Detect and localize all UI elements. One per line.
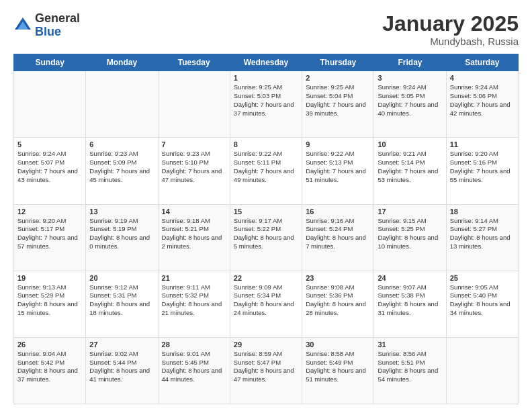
day-info: Sunrise: 9:23 AM Sunset: 5:10 PM Dayligh… (162, 150, 226, 184)
day-number: 13 (89, 208, 154, 216)
calendar-cell: 27Sunrise: 9:02 AM Sunset: 5:44 PM Dayli… (86, 337, 158, 404)
location: Mundybash, Russia (382, 36, 519, 47)
weekday-header-wednesday: Wednesday (230, 54, 302, 71)
day-number: 8 (234, 140, 298, 148)
calendar-cell: 31Sunrise: 8:56 AM Sunset: 5:51 PM Dayli… (374, 337, 446, 404)
day-number: 3 (378, 74, 442, 82)
day-info: Sunrise: 9:07 AM Sunset: 5:38 PM Dayligh… (378, 283, 442, 318)
calendar-cell (14, 71, 86, 138)
day-number: 1 (234, 74, 298, 82)
calendar-cell: 5Sunrise: 9:24 AM Sunset: 5:07 PM Daylig… (14, 138, 86, 204)
day-number: 15 (234, 208, 298, 216)
calendar-cell: 9Sunrise: 9:22 AM Sunset: 5:13 PM Daylig… (302, 138, 374, 204)
weekday-header-tuesday: Tuesday (158, 54, 230, 71)
day-number: 16 (306, 208, 370, 216)
weekday-header-row: SundayMondayTuesdayWednesdayThursdayFrid… (14, 54, 519, 71)
week-row-4: 19Sunrise: 9:13 AM Sunset: 5:29 PM Dayli… (14, 271, 519, 337)
day-number: 18 (450, 208, 515, 216)
calendar-cell: 14Sunrise: 9:18 AM Sunset: 5:21 PM Dayli… (158, 204, 230, 271)
day-info: Sunrise: 9:21 AM Sunset: 5:14 PM Dayligh… (378, 150, 442, 184)
page: General Blue January 2025 Mundybash, Rus… (0, 0, 532, 411)
calendar-cell: 30Sunrise: 8:58 AM Sunset: 5:49 PM Dayli… (302, 337, 374, 404)
day-number: 29 (234, 340, 298, 349)
day-info: Sunrise: 9:15 AM Sunset: 5:25 PM Dayligh… (378, 217, 442, 251)
calendar-cell (86, 71, 158, 138)
calendar-cell: 23Sunrise: 9:08 AM Sunset: 5:36 PM Dayli… (302, 271, 374, 337)
logo-icon (13, 16, 32, 35)
weekday-header-friday: Friday (374, 54, 446, 71)
weekday-header-saturday: Saturday (446, 54, 518, 71)
day-info: Sunrise: 9:24 AM Sunset: 5:05 PM Dayligh… (378, 83, 442, 118)
day-info: Sunrise: 9:09 AM Sunset: 5:34 PM Dayligh… (234, 283, 298, 318)
day-info: Sunrise: 9:05 AM Sunset: 5:40 PM Dayligh… (450, 283, 515, 318)
day-number: 5 (17, 140, 82, 148)
day-number: 25 (450, 274, 515, 282)
day-number: 23 (306, 274, 370, 282)
day-number: 6 (89, 140, 154, 148)
day-info: Sunrise: 9:17 AM Sunset: 5:22 PM Dayligh… (234, 217, 298, 251)
calendar-cell: 25Sunrise: 9:05 AM Sunset: 5:40 PM Dayli… (446, 271, 518, 337)
calendar-cell: 19Sunrise: 9:13 AM Sunset: 5:29 PM Dayli… (14, 271, 86, 337)
calendar-cell: 17Sunrise: 9:15 AM Sunset: 5:25 PM Dayli… (374, 204, 446, 271)
day-number: 10 (378, 140, 442, 148)
day-info: Sunrise: 9:25 AM Sunset: 5:04 PM Dayligh… (306, 83, 370, 118)
day-number: 22 (234, 274, 298, 282)
calendar-cell: 2Sunrise: 9:25 AM Sunset: 5:04 PM Daylig… (302, 71, 374, 138)
week-row-3: 12Sunrise: 9:20 AM Sunset: 5:17 PM Dayli… (14, 204, 519, 271)
day-info: Sunrise: 9:23 AM Sunset: 5:09 PM Dayligh… (89, 150, 154, 184)
logo-general: General (35, 12, 80, 26)
day-info: Sunrise: 9:13 AM Sunset: 5:29 PM Dayligh… (17, 283, 82, 318)
week-row-5: 26Sunrise: 9:04 AM Sunset: 5:42 PM Dayli… (14, 337, 519, 404)
day-number: 27 (89, 340, 154, 349)
day-info: Sunrise: 9:18 AM Sunset: 5:21 PM Dayligh… (162, 217, 226, 251)
day-info: Sunrise: 9:08 AM Sunset: 5:36 PM Dayligh… (306, 283, 370, 318)
day-info: Sunrise: 9:22 AM Sunset: 5:11 PM Dayligh… (234, 150, 298, 184)
calendar-cell (158, 71, 230, 138)
day-info: Sunrise: 9:02 AM Sunset: 5:44 PM Dayligh… (89, 350, 154, 384)
calendar-cell: 15Sunrise: 9:17 AM Sunset: 5:22 PM Dayli… (230, 204, 302, 271)
day-info: Sunrise: 9:20 AM Sunset: 5:16 PM Dayligh… (450, 150, 515, 184)
calendar-cell: 1Sunrise: 9:25 AM Sunset: 5:03 PM Daylig… (230, 71, 302, 138)
day-number: 12 (17, 208, 82, 216)
calendar-cell: 13Sunrise: 9:19 AM Sunset: 5:19 PM Dayli… (86, 204, 158, 271)
calendar-cell: 10Sunrise: 9:21 AM Sunset: 5:14 PM Dayli… (374, 138, 446, 204)
day-number: 26 (17, 340, 82, 349)
calendar-cell: 12Sunrise: 9:20 AM Sunset: 5:17 PM Dayli… (14, 204, 86, 271)
calendar-cell: 24Sunrise: 9:07 AM Sunset: 5:38 PM Dayli… (374, 271, 446, 337)
calendar-cell: 26Sunrise: 9:04 AM Sunset: 5:42 PM Dayli… (14, 337, 86, 404)
week-row-1: 1Sunrise: 9:25 AM Sunset: 5:03 PM Daylig… (14, 71, 519, 138)
week-row-2: 5Sunrise: 9:24 AM Sunset: 5:07 PM Daylig… (14, 138, 519, 204)
day-info: Sunrise: 9:20 AM Sunset: 5:17 PM Dayligh… (17, 217, 82, 251)
day-info: Sunrise: 9:16 AM Sunset: 5:24 PM Dayligh… (306, 217, 370, 251)
day-info: Sunrise: 9:22 AM Sunset: 5:13 PM Dayligh… (306, 150, 370, 184)
logo-text: General Blue (35, 12, 80, 39)
day-info: Sunrise: 9:19 AM Sunset: 5:19 PM Dayligh… (89, 217, 154, 251)
day-number: 19 (17, 274, 82, 282)
day-info: Sunrise: 9:11 AM Sunset: 5:32 PM Dayligh… (162, 283, 226, 318)
logo-blue: Blue (35, 26, 80, 39)
logo: General Blue (13, 12, 80, 39)
day-number: 2 (306, 74, 370, 82)
calendar-cell (446, 337, 518, 404)
calendar-cell: 20Sunrise: 9:12 AM Sunset: 5:31 PM Dayli… (86, 271, 158, 337)
month-title: January 2025 (382, 12, 519, 36)
calendar-table: SundayMondayTuesdayWednesdayThursdayFrid… (13, 54, 519, 404)
day-info: Sunrise: 9:12 AM Sunset: 5:31 PM Dayligh… (89, 283, 154, 318)
calendar-cell: 16Sunrise: 9:16 AM Sunset: 5:24 PM Dayli… (302, 204, 374, 271)
calendar-cell: 7Sunrise: 9:23 AM Sunset: 5:10 PM Daylig… (158, 138, 230, 204)
calendar-cell: 22Sunrise: 9:09 AM Sunset: 5:34 PM Dayli… (230, 271, 302, 337)
day-number: 31 (378, 340, 442, 349)
calendar-cell: 3Sunrise: 9:24 AM Sunset: 5:05 PM Daylig… (374, 71, 446, 138)
calendar-cell: 29Sunrise: 8:59 AM Sunset: 5:47 PM Dayli… (230, 337, 302, 404)
day-info: Sunrise: 8:59 AM Sunset: 5:47 PM Dayligh… (234, 350, 298, 384)
day-info: Sunrise: 9:25 AM Sunset: 5:03 PM Dayligh… (234, 83, 298, 118)
day-number: 4 (450, 74, 515, 82)
calendar-cell: 6Sunrise: 9:23 AM Sunset: 5:09 PM Daylig… (86, 138, 158, 204)
calendar-cell: 8Sunrise: 9:22 AM Sunset: 5:11 PM Daylig… (230, 138, 302, 204)
weekday-header-thursday: Thursday (302, 54, 374, 71)
calendar-cell: 21Sunrise: 9:11 AM Sunset: 5:32 PM Dayli… (158, 271, 230, 337)
calendar-cell: 11Sunrise: 9:20 AM Sunset: 5:16 PM Dayli… (446, 138, 518, 204)
day-number: 30 (306, 340, 370, 349)
day-number: 21 (162, 274, 226, 282)
day-info: Sunrise: 9:24 AM Sunset: 5:06 PM Dayligh… (450, 83, 515, 118)
